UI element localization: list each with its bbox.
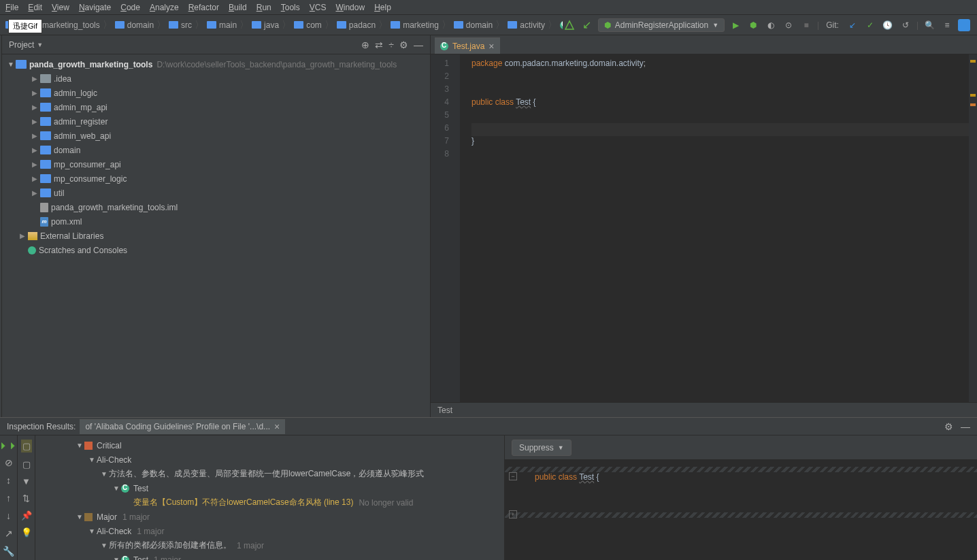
inspection-row[interactable]: 变量名【Custom】不符合lowerCamelCase命名风格 (line 1… <box>35 495 504 510</box>
search-icon[interactable]: 🔍 <box>923 18 936 32</box>
pin-icon[interactable]: 📌 <box>21 510 32 521</box>
code-content[interactable]: package com.padacn.marketing.domain.acti… <box>461 54 977 402</box>
fold-icon[interactable]: + <box>509 510 517 518</box>
expand-icon[interactable]: ⇄ <box>375 39 383 50</box>
tree-root[interactable]: ▼panda_growth_marketing_toolsD:\work\cod… <box>2 57 430 71</box>
breadcrumb-item[interactable]: main〉 <box>207 19 252 31</box>
inspection-row[interactable]: ▼Test1 major <box>35 553 504 560</box>
tree-item[interactable]: ▶.idea <box>2 71 430 86</box>
fold-icon[interactable]: − <box>509 472 517 480</box>
menu-refactor[interactable]: Refactor <box>188 3 219 12</box>
tree-item[interactable]: ▶admin_logic <box>2 86 430 100</box>
menu-code[interactable]: Code <box>120 3 140 12</box>
coverage-icon[interactable]: ◐ <box>764 18 778 32</box>
menu-edit[interactable]: Edit <box>28 3 42 12</box>
menu-vcs[interactable]: VCS <box>310 3 327 12</box>
tab-label: Test.java <box>452 42 484 51</box>
locate-icon[interactable]: ⊕ <box>361 39 369 50</box>
hide-icon[interactable]: — <box>414 39 423 50</box>
menu-build[interactable]: Build <box>229 3 247 12</box>
run-config-dropdown[interactable]: ⬢ AdminRegisterApplication ▼ <box>598 18 725 32</box>
tree-item[interactable]: ▶admin_register <box>2 114 430 129</box>
tab-testjava[interactable]: Test.java × <box>435 37 500 54</box>
menu-view[interactable]: View <box>52 3 69 12</box>
breadcrumb: rowth_marketing_tools〉domain〉src〉main〉ja… <box>0 19 563 31</box>
inspection-row[interactable]: ▼Ali-Check1 major <box>35 524 504 538</box>
suppress-button[interactable]: Suppress ▼ <box>512 440 572 456</box>
inspection-tab[interactable]: of 'Alibaba Coding Guidelines' Profile o… <box>80 419 285 434</box>
code-editor[interactable]: 12345678 package com.padacn.marketing.do… <box>431 54 977 402</box>
export-icon[interactable]: ↗ <box>5 528 13 539</box>
funnel-icon[interactable]: ▼ <box>22 476 31 487</box>
project-tree[interactable]: ▼panda_growth_marketing_toolsD:\work\cod… <box>2 54 430 417</box>
tree-item[interactable]: ▶util <box>2 186 430 200</box>
menu-file[interactable]: File <box>5 3 18 12</box>
menu-window[interactable]: Window <box>335 3 365 12</box>
expand-all-icon[interactable]: ↕ <box>6 475 11 486</box>
menu-analyze[interactable]: Analyze <box>150 3 179 12</box>
next-icon[interactable]: ↓ <box>6 510 11 521</box>
inspection-row[interactable]: ▼Test <box>35 481 504 495</box>
breadcrumb-item[interactable]: java〉 <box>252 19 294 31</box>
git-label: Git: <box>826 20 839 30</box>
filter-icon[interactable]: ▢ <box>22 459 31 470</box>
group-icon[interactable]: ▢ <box>21 440 32 452</box>
close-icon[interactable]: × <box>489 41 494 52</box>
tree-item[interactable]: panda_growth_marketing_tools.iml <box>2 200 430 214</box>
editor-breadcrumb[interactable]: Test <box>431 402 977 417</box>
profile-icon[interactable]: ⊙ <box>782 18 795 32</box>
sync-icon[interactable]: ↙ <box>580 18 594 32</box>
git-commit-icon[interactable]: ✓ <box>863 18 877 32</box>
tree-item[interactable]: ▶admin_web_api <box>2 129 430 143</box>
tree-item[interactable]: Scratches and Consoles <box>2 243 430 257</box>
chevron-down-icon[interactable]: ▼ <box>37 42 43 48</box>
tree-item[interactable]: mpom.xml <box>2 214 430 229</box>
inspection-row[interactable]: ▼方法名、参数名、成员变量、局部变量都统一使用lowerCamelCase，必须… <box>35 467 504 481</box>
close-icon[interactable]: × <box>274 421 280 432</box>
inspection-row[interactable]: ▼所有的类都必须添加创建者信息。1 major <box>35 538 504 553</box>
menu-help[interactable]: Help <box>374 3 391 12</box>
run-icon[interactable]: ▶ <box>729 18 742 32</box>
git-revert-icon[interactable]: ↺ <box>899 18 912 32</box>
breadcrumb-item[interactable]: domain〉 <box>115 19 169 31</box>
breadcrumb-item[interactable]: padacn〉 <box>337 19 391 31</box>
git-update-icon[interactable]: ↙ <box>846 18 859 32</box>
project-title[interactable]: Project <box>9 40 34 50</box>
tree-item[interactable]: ▶External Libraries <box>2 229 430 243</box>
breadcrumb-item[interactable]: domain〉 <box>454 19 508 31</box>
breadcrumb-item[interactable]: src〉 <box>169 19 207 31</box>
breadcrumb-item[interactable]: marketing〉 <box>391 19 454 31</box>
close-icon[interactable]: ⊘ <box>5 457 13 468</box>
tree-item[interactable]: ▶mp_consumer_api <box>2 157 430 171</box>
menu-navigate[interactable]: Navigate <box>79 3 111 12</box>
git-history-icon[interactable]: 🕓 <box>881 18 895 32</box>
inspection-tab-label: of 'Alibaba Coding Guidelines' Profile o… <box>85 422 270 431</box>
project-tool-window: Project ▼ ⊕ ⇄ ÷ ⚙ — ▼panda_growth_market… <box>2 35 431 417</box>
breadcrumb-item[interactable]: Test <box>560 20 563 30</box>
breadcrumb-item[interactable]: com〉 <box>294 19 337 31</box>
tree-item[interactable]: ▶domain <box>2 143 430 157</box>
menu-tools[interactable]: Tools <box>281 3 300 12</box>
collapse-icon[interactable]: ÷ <box>388 39 394 50</box>
wrench-icon[interactable]: 🔧 <box>3 546 14 557</box>
bulb-icon[interactable]: 💡 <box>21 527 32 538</box>
inspection-row[interactable]: ▼Ali-Check <box>35 452 504 467</box>
rerun-icon[interactable]: ⏵⏵ <box>0 440 18 450</box>
prev-icon[interactable]: ↑ <box>6 493 11 504</box>
inspection-row[interactable]: ▼Critical <box>35 438 504 452</box>
debug-icon[interactable]: ⬢ <box>746 18 760 32</box>
avatar-icon[interactable] <box>958 19 970 31</box>
tree-item[interactable]: ▶mp_consumer_logic <box>2 171 430 186</box>
inspection-tree[interactable]: ▼Critical▼Ali-Check▼方法名、参数名、成员变量、局部变量都统一… <box>35 435 505 560</box>
ide-settings-icon[interactable]: ≡ <box>940 18 954 32</box>
hide-icon[interactable]: — <box>961 421 970 432</box>
build-icon[interactable] <box>563 18 576 32</box>
autoscroll-icon[interactable]: ⇅ <box>22 493 30 504</box>
tree-item[interactable]: ▶admin_mp_api <box>2 100 430 114</box>
menu-run[interactable]: Run <box>256 3 271 12</box>
gear-icon[interactable]: ⚙ <box>944 421 953 432</box>
inspection-row[interactable]: ▼Major1 major <box>35 510 504 524</box>
stop-icon[interactable]: ■ <box>799 18 813 32</box>
breadcrumb-item[interactable]: activity〉 <box>508 19 560 31</box>
gear-icon[interactable]: ⚙ <box>399 39 408 50</box>
